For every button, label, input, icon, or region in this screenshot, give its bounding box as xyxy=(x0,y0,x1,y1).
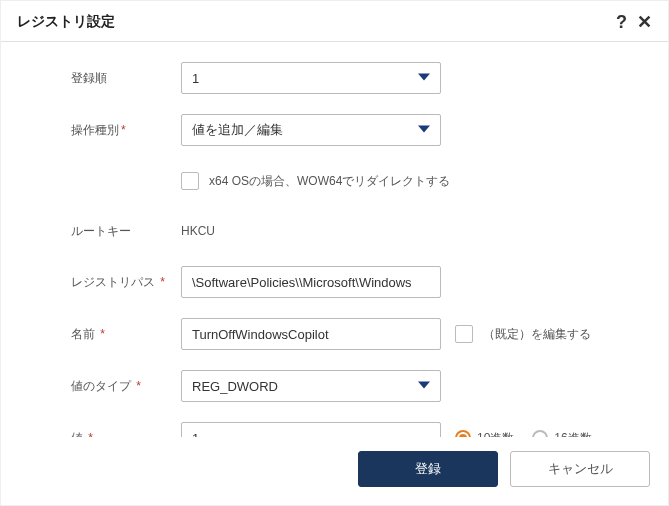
dialog-footer: 登録 キャンセル xyxy=(1,437,668,505)
order-select[interactable]: 1 xyxy=(181,62,441,94)
label-operation: 操作種別* xyxy=(71,122,181,139)
name-input[interactable] xyxy=(192,327,430,342)
radio-icon xyxy=(455,430,471,437)
dialog-title: レジストリ設定 xyxy=(17,13,115,31)
row-order: 登録順 1 xyxy=(71,62,638,94)
dialog-body: 登録順 1 操作種別* 値を追加／編集 x64 OSの場合、WOW64 xyxy=(1,42,668,437)
titlebar-icons: ? ✕ xyxy=(616,13,652,31)
row-wow64: x64 OSの場合、WOW64でリダイレクトする xyxy=(71,166,638,196)
cancel-button[interactable]: キャンセル xyxy=(510,451,650,487)
radix-16-label: 16進数 xyxy=(554,430,591,438)
operation-select[interactable]: 値を追加／編集 xyxy=(181,114,441,146)
radio-icon xyxy=(532,430,548,437)
help-icon[interactable]: ? xyxy=(616,13,627,31)
chevron-down-icon xyxy=(418,379,430,394)
label-path: レジストリパス * xyxy=(71,274,181,291)
default-edit-checkbox[interactable] xyxy=(455,325,473,343)
rootkey-value: HKCU xyxy=(181,224,215,238)
default-edit-label: （既定）を編集する xyxy=(483,326,591,343)
registry-settings-dialog: レジストリ設定 ? ✕ 登録順 1 操作種別* 値を追加／編集 xyxy=(0,0,669,506)
path-input-wrap xyxy=(181,266,441,298)
label-name: 名前 * xyxy=(71,326,181,343)
chevron-down-icon xyxy=(418,71,430,86)
submit-button[interactable]: 登録 xyxy=(358,451,498,487)
label-value: 値 * xyxy=(71,430,181,438)
row-type: 値のタイプ * REG_DWORD xyxy=(71,370,638,402)
row-operation: 操作種別* 値を追加／編集 xyxy=(71,114,638,146)
order-select-value: 1 xyxy=(192,71,199,86)
type-select-value: REG_DWORD xyxy=(192,379,278,394)
chevron-down-icon xyxy=(418,123,430,138)
radix-radio-group: 10進数 16進数 xyxy=(455,430,592,438)
titlebar: レジストリ設定 ? ✕ xyxy=(1,1,668,42)
radix-10-label: 10進数 xyxy=(477,430,514,438)
radix-10-option[interactable]: 10進数 xyxy=(455,430,514,438)
type-select[interactable]: REG_DWORD xyxy=(181,370,441,402)
wow64-checkbox[interactable] xyxy=(181,172,199,190)
close-icon[interactable]: ✕ xyxy=(637,13,652,31)
row-name: 名前 * （既定）を編集する xyxy=(71,318,638,350)
row-path: レジストリパス * xyxy=(71,266,638,298)
label-type: 値のタイプ * xyxy=(71,378,181,395)
name-input-wrap xyxy=(181,318,441,350)
label-order: 登録順 xyxy=(71,70,181,87)
wow64-label: x64 OSの場合、WOW64でリダイレクトする xyxy=(209,173,450,190)
value-input-wrap xyxy=(181,422,441,437)
row-value: 値 * 10進数 16進数 xyxy=(71,422,638,437)
radix-16-option[interactable]: 16進数 xyxy=(532,430,591,438)
operation-select-value: 値を追加／編集 xyxy=(192,121,283,139)
path-input[interactable] xyxy=(192,275,430,290)
row-rootkey: ルートキー HKCU xyxy=(71,216,638,246)
label-rootkey: ルートキー xyxy=(71,223,181,240)
